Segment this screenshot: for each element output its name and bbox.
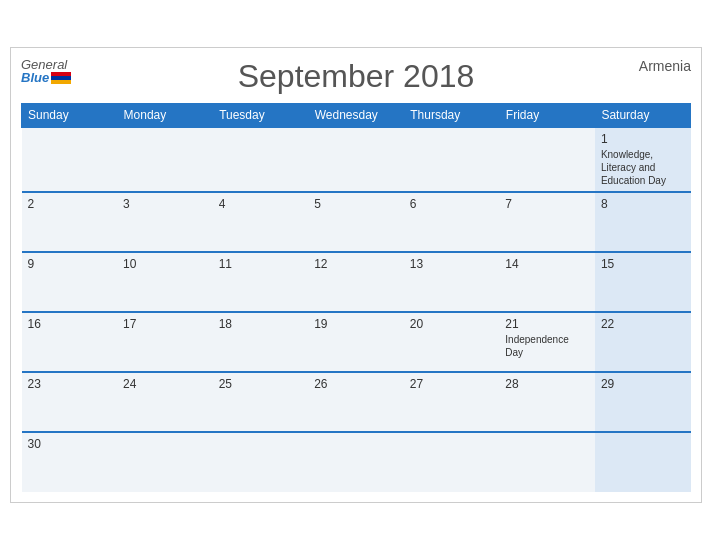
calendar-cell: 14 <box>499 252 595 312</box>
calendar-cell: 2 <box>22 192 118 252</box>
calendar-cell: 21Independence Day <box>499 312 595 372</box>
day-number: 30 <box>28 437 112 451</box>
day-number: 8 <box>601 197 685 211</box>
calendar-cell: 19 <box>308 312 404 372</box>
day-number: 28 <box>505 377 589 391</box>
day-number: 5 <box>314 197 398 211</box>
calendar-cell: 26 <box>308 372 404 432</box>
weekday-header-thursday: Thursday <box>404 104 500 128</box>
day-number: 21 <box>505 317 589 331</box>
day-number: 23 <box>28 377 112 391</box>
day-number: 27 <box>410 377 494 391</box>
logo-blue-text: Blue <box>21 71 49 84</box>
day-number: 3 <box>123 197 207 211</box>
day-number: 14 <box>505 257 589 271</box>
calendar-cell <box>308 432 404 492</box>
country-label: Armenia <box>639 58 691 74</box>
calendar-cell <box>499 432 595 492</box>
day-number: 7 <box>505 197 589 211</box>
calendar-cell: 25 <box>213 372 309 432</box>
calendar-cell <box>117 432 213 492</box>
day-number: 13 <box>410 257 494 271</box>
calendar-cell <box>213 127 309 192</box>
day-number: 15 <box>601 257 685 271</box>
calendar-cell <box>499 127 595 192</box>
weekday-header-monday: Monday <box>117 104 213 128</box>
day-number: 29 <box>601 377 685 391</box>
calendar-row-0: 1Knowledge, Literacy and Education Day <box>22 127 691 192</box>
calendar-cell: 24 <box>117 372 213 432</box>
day-number: 10 <box>123 257 207 271</box>
calendar-cell: 18 <box>213 312 309 372</box>
day-number: 17 <box>123 317 207 331</box>
day-number: 12 <box>314 257 398 271</box>
calendar-cell: 17 <box>117 312 213 372</box>
calendar-cell: 28 <box>499 372 595 432</box>
calendar-table: SundayMondayTuesdayWednesdayThursdayFrid… <box>21 103 691 492</box>
calendar-cell: 15 <box>595 252 691 312</box>
calendar-cell: 3 <box>117 192 213 252</box>
weekday-header-friday: Friday <box>499 104 595 128</box>
logo-flag-icon <box>51 72 71 84</box>
svg-rect-2 <box>51 80 71 84</box>
calendar-cell: 20 <box>404 312 500 372</box>
day-number: 4 <box>219 197 303 211</box>
calendar-cell: 11 <box>213 252 309 312</box>
calendar-row-3: 161718192021Independence Day22 <box>22 312 691 372</box>
weekday-header-tuesday: Tuesday <box>213 104 309 128</box>
day-number: 20 <box>410 317 494 331</box>
calendar-cell: 10 <box>117 252 213 312</box>
calendar-cell: 13 <box>404 252 500 312</box>
svg-rect-0 <box>51 72 71 76</box>
calendar-cell <box>404 127 500 192</box>
day-number: 9 <box>28 257 112 271</box>
calendar-cell: 5 <box>308 192 404 252</box>
calendar-cell <box>308 127 404 192</box>
calendar-cell: 29 <box>595 372 691 432</box>
calendar-cell: 9 <box>22 252 118 312</box>
calendar-cell <box>117 127 213 192</box>
calendar-row-5: 30 <box>22 432 691 492</box>
calendar-cell: 16 <box>22 312 118 372</box>
day-number: 25 <box>219 377 303 391</box>
calendar-cell: 7 <box>499 192 595 252</box>
holiday-text: Independence Day <box>505 333 589 359</box>
calendar-cell: 8 <box>595 192 691 252</box>
calendar-cell <box>404 432 500 492</box>
day-number: 26 <box>314 377 398 391</box>
svg-rect-1 <box>51 76 71 80</box>
calendar-cell: 6 <box>404 192 500 252</box>
day-number: 1 <box>601 132 685 146</box>
day-number: 22 <box>601 317 685 331</box>
calendar-cell: 27 <box>404 372 500 432</box>
weekday-header-sunday: Sunday <box>22 104 118 128</box>
calendar-row-1: 2345678 <box>22 192 691 252</box>
weekday-header-row: SundayMondayTuesdayWednesdayThursdayFrid… <box>22 104 691 128</box>
calendar-cell <box>22 127 118 192</box>
calendar-cell: 23 <box>22 372 118 432</box>
logo: General Blue <box>21 58 71 84</box>
day-number: 2 <box>28 197 112 211</box>
calendar-cell: 12 <box>308 252 404 312</box>
day-number: 6 <box>410 197 494 211</box>
day-number: 19 <box>314 317 398 331</box>
calendar-cell: 4 <box>213 192 309 252</box>
calendar-row-2: 9101112131415 <box>22 252 691 312</box>
calendar-header: General Blue September 2018 Armenia <box>21 58 691 95</box>
calendar-row-4: 23242526272829 <box>22 372 691 432</box>
weekday-header-saturday: Saturday <box>595 104 691 128</box>
calendar-cell: 22 <box>595 312 691 372</box>
calendar-cell: 30 <box>22 432 118 492</box>
day-number: 24 <box>123 377 207 391</box>
weekday-header-wednesday: Wednesday <box>308 104 404 128</box>
day-number: 11 <box>219 257 303 271</box>
calendar-wrapper: General Blue September 2018 Armenia Sund… <box>10 47 702 503</box>
calendar-cell <box>595 432 691 492</box>
calendar-cell: 1Knowledge, Literacy and Education Day <box>595 127 691 192</box>
holiday-text: Knowledge, Literacy and Education Day <box>601 148 685 187</box>
day-number: 18 <box>219 317 303 331</box>
calendar-cell <box>213 432 309 492</box>
page-title: September 2018 <box>238 58 475 95</box>
day-number: 16 <box>28 317 112 331</box>
